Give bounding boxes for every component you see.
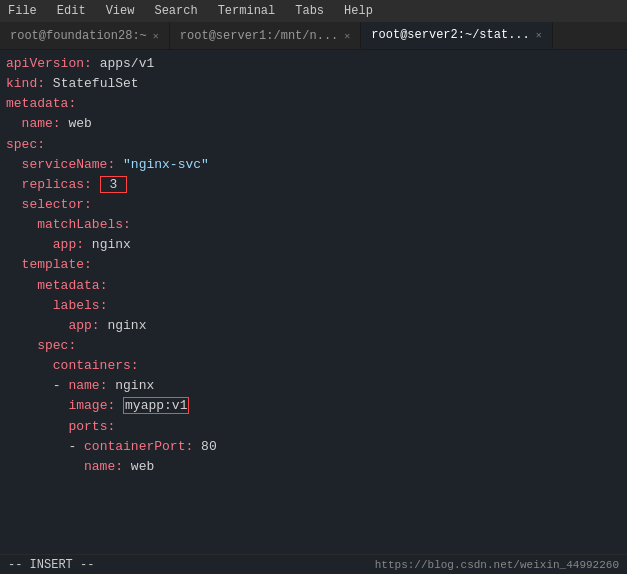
status-url: https://blog.csdn.net/weixin_44992260 — [375, 559, 619, 571]
line-9: matchLabels: — [6, 215, 621, 235]
line-10: app: nginx — [6, 235, 621, 255]
line-14: app: nginx — [6, 316, 621, 336]
tab-server2[interactable]: root@server2:~/stat... ✕ — [361, 22, 552, 49]
menu-help[interactable]: Help — [340, 4, 377, 18]
statusbar: -- INSERT -- https://blog.csdn.net/weixi… — [0, 554, 627, 574]
tab-close-1[interactable]: ✕ — [153, 30, 159, 42]
line-18: image: myapp:v1 — [6, 396, 621, 416]
line-20: - containerPort: 80 — [6, 437, 621, 457]
line-1: apiVersion: apps/v1 — [6, 54, 621, 74]
line-3: metadata: — [6, 94, 621, 114]
tab-server1[interactable]: root@server1:/mnt/n... ✕ — [170, 22, 361, 49]
tab-close-2[interactable]: ✕ — [344, 30, 350, 42]
menu-edit[interactable]: Edit — [53, 4, 90, 18]
line-8: selector: — [6, 195, 621, 215]
line-15: spec: — [6, 336, 621, 356]
tabbar: root@foundation28:~ ✕ root@server1:/mnt/… — [0, 22, 627, 50]
tab-foundation[interactable]: root@foundation28:~ ✕ — [0, 22, 170, 49]
line-6: serviceName: "nginx-svc" — [6, 155, 621, 175]
line-5: spec: — [6, 135, 621, 155]
replicas-highlight: 3 — [100, 176, 127, 193]
menu-view[interactable]: View — [102, 4, 139, 18]
line-19: ports: — [6, 417, 621, 437]
line-17: - name: nginx — [6, 376, 621, 396]
line-21: name: web — [6, 457, 621, 477]
tab-close-3[interactable]: ✕ — [536, 29, 542, 41]
menu-tabs[interactable]: Tabs — [291, 4, 328, 18]
menu-file[interactable]: File — [4, 4, 41, 18]
line-4: name: web — [6, 114, 621, 134]
line-7: replicas: 3 — [6, 175, 621, 195]
line-2: kind: StatefulSet — [6, 74, 621, 94]
menubar: File Edit View Search Terminal Tabs Help — [0, 0, 627, 22]
line-13: labels: — [6, 296, 621, 316]
vim-mode: -- INSERT -- — [8, 558, 94, 572]
line-11: template: — [6, 255, 621, 275]
image-highlight: myapp:v1 — [123, 397, 189, 414]
terminal-content: apiVersion: apps/v1 kind: StatefulSet me… — [0, 50, 627, 554]
line-16: containers: — [6, 356, 621, 376]
menu-search[interactable]: Search — [150, 4, 201, 18]
menu-terminal[interactable]: Terminal — [214, 4, 280, 18]
line-12: metadata: — [6, 276, 621, 296]
